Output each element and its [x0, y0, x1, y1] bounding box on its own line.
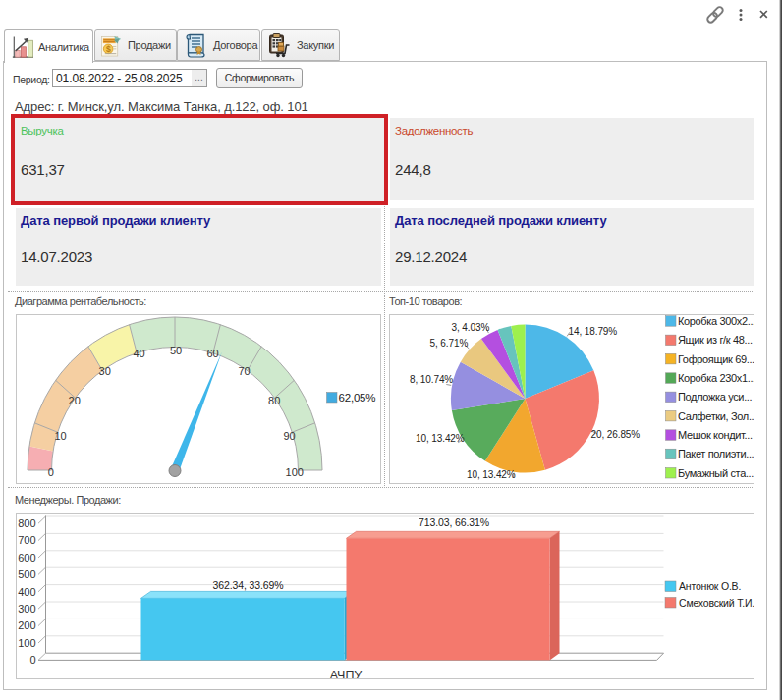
svg-text:8, 10.74%: 8, 10.74%	[410, 374, 453, 385]
svg-text:$: $	[106, 44, 111, 54]
svg-text:Салфетки, Зол...: Салфетки, Зол...	[678, 410, 754, 422]
svg-text:500: 500	[18, 568, 35, 580]
svg-text:10, 13.42%: 10, 13.42%	[416, 433, 465, 444]
svg-text:14, 18.79%: 14, 18.79%	[569, 326, 618, 337]
svg-text:Пакет полиэти...: Пакет полиэти...	[678, 448, 754, 459]
svg-text:Смеховский Т.И.: Смеховский Т.И.	[679, 597, 754, 609]
svg-text:300: 300	[18, 603, 35, 615]
svg-text:Мешок кондит...: Мешок кондит...	[678, 429, 753, 441]
svg-text:80: 80	[268, 395, 280, 406]
svg-text:40: 40	[133, 348, 144, 359]
svg-text:0: 0	[29, 654, 35, 666]
svg-text:800: 800	[18, 517, 35, 529]
svg-text:362.34, 33.69%: 362.34, 33.69%	[212, 579, 283, 591]
svg-text:600: 600	[18, 552, 35, 564]
svg-text:Бумажный ста...: Бумажный ста...	[678, 467, 754, 479]
svg-text:70: 70	[238, 365, 250, 377]
svg-text:АЧПУ: АЧПУ	[330, 669, 363, 678]
svg-text:Антонюк О.В.: Антонюк О.В.	[679, 580, 741, 592]
svg-text:Подложка уси...: Подложка уси...	[678, 391, 753, 403]
svg-text:100: 100	[18, 637, 35, 649]
svg-text:90: 90	[283, 430, 295, 442]
svg-text:60: 60	[206, 348, 218, 359]
svg-text:10, 13.42%: 10, 13.42%	[467, 469, 516, 480]
svg-text:50: 50	[170, 345, 182, 356]
svg-text:Коробка 230х1...: Коробка 230х1...	[678, 372, 754, 384]
svg-text:20: 20	[69, 395, 81, 406]
svg-text:700: 700	[18, 534, 35, 546]
svg-text:0: 0	[48, 466, 54, 478]
svg-text:200: 200	[18, 619, 35, 631]
svg-text:30: 30	[99, 365, 111, 377]
svg-text:100: 100	[286, 466, 304, 478]
svg-text:400: 400	[18, 586, 35, 598]
svg-text:Гофроящик 69...: Гофроящик 69...	[678, 353, 754, 365]
svg-text:20, 26.85%: 20, 26.85%	[591, 429, 641, 440]
svg-text:Ящик из г/к 48...: Ящик из г/к 48...	[678, 334, 753, 346]
svg-text:3, 4.03%: 3, 4.03%	[452, 322, 490, 333]
svg-text:62,05%: 62,05%	[339, 392, 376, 404]
svg-text:10: 10	[54, 430, 66, 442]
svg-text:5, 6.71%: 5, 6.71%	[430, 338, 469, 349]
svg-text:Коробка 300х2...: Коробка 300х2...	[678, 315, 754, 327]
svg-text:713.03, 66.31%: 713.03, 66.31%	[419, 516, 489, 528]
